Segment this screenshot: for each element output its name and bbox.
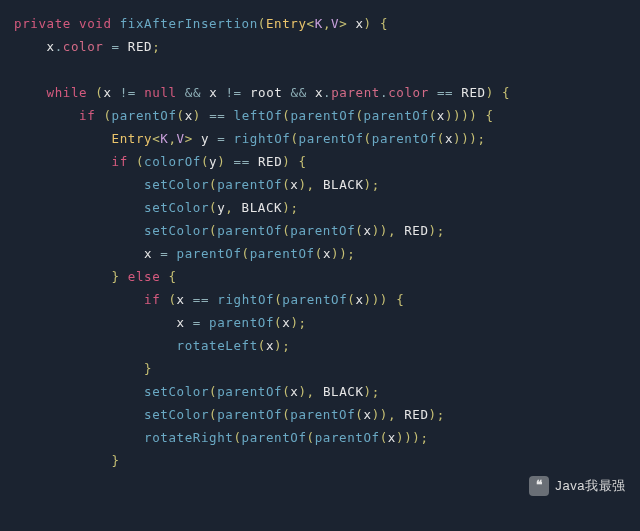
token-pn: {	[486, 108, 494, 123]
token-pn: )	[364, 16, 372, 31]
token-pn: <	[307, 16, 315, 31]
token-pn: (	[103, 108, 111, 123]
token-pn: ;	[290, 200, 298, 215]
token-pn: )	[429, 407, 437, 422]
token-op: &&	[291, 85, 307, 100]
token-pn: )	[298, 384, 306, 399]
token-fn: parentOf	[290, 407, 355, 422]
token-id: x	[355, 292, 363, 307]
token-pn: ,	[225, 200, 233, 215]
token-id: x	[177, 292, 185, 307]
token-pn: )	[364, 292, 372, 307]
token-id: x	[445, 131, 453, 146]
token-id: x	[177, 315, 185, 330]
token-fn: leftOf	[234, 108, 283, 123]
token-op: !=	[120, 85, 136, 100]
token-id: x	[363, 407, 371, 422]
token-pn: ,	[168, 131, 176, 146]
token-pn: )	[453, 131, 461, 146]
token-id: y	[209, 154, 217, 169]
token-fn: parentOf	[364, 108, 429, 123]
token-num: K	[315, 16, 323, 31]
token-op: .	[323, 85, 331, 100]
token-kw: if	[144, 292, 160, 307]
token-pn: )	[282, 154, 290, 169]
token-pn: ,	[307, 384, 315, 399]
token-id: x	[323, 246, 331, 261]
token-id: x	[185, 108, 193, 123]
code-block: private void fixAfterInsertion(Entry<K,V…	[0, 0, 640, 472]
token-fn: setColor	[144, 407, 209, 422]
token-id: x	[355, 16, 363, 31]
token-pn: )	[364, 384, 372, 399]
token-fn: parentOf	[372, 131, 437, 146]
token-pn: {	[168, 269, 176, 284]
token-pn: )	[193, 108, 201, 123]
token-pn: (	[209, 223, 217, 238]
token-fn: parentOf	[217, 177, 282, 192]
token-pn: (	[364, 131, 372, 146]
token-pn: (	[233, 430, 241, 445]
token-fn: rotateRight	[144, 430, 233, 445]
token-op: =	[217, 131, 225, 146]
token-id: x	[388, 430, 396, 445]
token-fn: parentOf	[217, 223, 282, 238]
token-kw: while	[47, 85, 88, 100]
token-const: RED	[258, 154, 282, 169]
token-op: ==	[234, 154, 250, 169]
token-id: x	[266, 338, 274, 353]
token-kw: if	[112, 154, 128, 169]
token-num: V	[331, 16, 339, 31]
token-pn: (	[307, 430, 315, 445]
token-op: =	[160, 246, 168, 261]
token-pn: (	[429, 108, 437, 123]
token-id: x	[103, 85, 111, 100]
token-op: ==	[437, 85, 453, 100]
token-pn: >	[339, 16, 347, 31]
token-pn: )	[380, 223, 388, 238]
token-id: x	[209, 85, 217, 100]
token-pn: (	[355, 108, 363, 123]
token-pn: ;	[437, 407, 445, 422]
token-pn: (	[209, 384, 217, 399]
token-fn: parentOf	[315, 430, 380, 445]
token-op: ==	[209, 108, 225, 123]
token-pn: ;	[372, 177, 380, 192]
token-fn: parentOf	[290, 108, 355, 123]
token-fn: parentOf	[282, 292, 347, 307]
token-pn: ;	[477, 131, 485, 146]
token-const: RED	[404, 223, 428, 238]
token-pn: (	[274, 315, 282, 330]
token-pn: ,	[388, 407, 396, 422]
token-pn: {	[502, 85, 510, 100]
token-const: RED	[461, 85, 485, 100]
token-pn: ;	[372, 384, 380, 399]
token-pn: ;	[152, 39, 160, 54]
token-fn: parentOf	[217, 384, 282, 399]
token-id: x	[47, 39, 55, 54]
token-pn: )	[274, 338, 282, 353]
token-op: =	[112, 39, 120, 54]
token-pn: )	[217, 154, 225, 169]
token-const: BLACK	[242, 200, 283, 215]
token-pn: }	[112, 453, 120, 468]
token-kw: private	[14, 16, 71, 31]
token-pn: ,	[307, 177, 315, 192]
wechat-icon: ❝	[529, 476, 549, 496]
token-pn: (	[315, 246, 323, 261]
token-pn: (	[136, 154, 144, 169]
token-pn: (	[380, 430, 388, 445]
token-op: .	[380, 85, 388, 100]
token-pn: ;	[347, 246, 355, 261]
token-pn: (	[168, 292, 176, 307]
token-pn: ;	[299, 315, 307, 330]
token-id: x	[144, 246, 152, 261]
token-pn: (	[209, 200, 217, 215]
token-pn: {	[396, 292, 404, 307]
token-const: RED	[128, 39, 152, 54]
watermark-text: Java我最强	[555, 474, 626, 497]
token-op: &&	[185, 85, 201, 100]
token-const: RED	[404, 407, 428, 422]
token-pn: {	[299, 154, 307, 169]
token-const: BLACK	[323, 177, 364, 192]
